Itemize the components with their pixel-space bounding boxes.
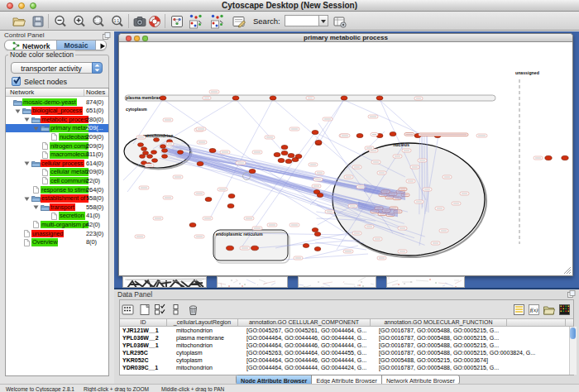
svg-text:endoplasmic reticulum: endoplasmic reticulum xyxy=(216,232,263,237)
svg-text:1:1: 1:1 xyxy=(114,19,120,23)
svg-text:f(x): f(x) xyxy=(530,307,538,313)
svg-text:unassigned: unassigned xyxy=(515,70,539,75)
svg-text:mitochondrion: mitochondrion xyxy=(143,133,173,138)
svg-text:cytoplasm: cytoplasm xyxy=(126,107,147,112)
svg-text:plasma membrane: plasma membrane xyxy=(126,95,164,100)
